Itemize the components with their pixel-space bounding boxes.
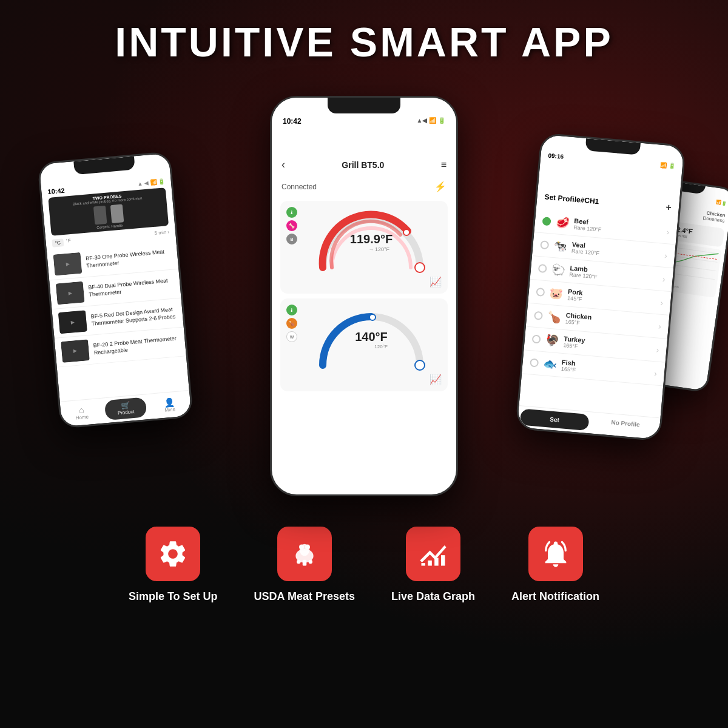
time-filter[interactable]: 5 min › — [154, 229, 169, 238]
add-profile-button[interactable]: + — [666, 202, 672, 214]
probe1-b-icon: B — [286, 234, 297, 244]
pork-emoji: 🐷 — [549, 286, 564, 301]
center-status-icons: ▲◀ 📶 🔋 — [417, 117, 445, 126]
phones-container: 10:42 ▲ ◀ 📶 🔋 TWO PROBES Black and white… — [0, 84, 728, 508]
chicken-arrow: › — [658, 322, 661, 331]
feature-alert: Alert Notification — [511, 527, 599, 604]
pork-info: Pork 145°F — [567, 288, 656, 309]
alert-label-text: Alert Notification — [511, 590, 599, 602]
alert-icon-box — [528, 527, 583, 581]
connected-text: Connected — [281, 183, 317, 191]
setup-label: Simple To Set Up — [129, 590, 218, 604]
setup-label-text: Simple To Set Up — [129, 590, 218, 602]
right-phone-screen: 09:16 📶 🔋 Set Profile#CH1 + 🥩 Beef — [517, 135, 684, 440]
lamb-arrow: › — [662, 274, 666, 284]
beef-radio[interactable] — [542, 217, 551, 226]
probe2-green-icon: 🌡 — [286, 305, 297, 315]
setup-icon-box — [146, 527, 200, 581]
celsius-btn[interactable]: °C — [52, 238, 64, 248]
veal-radio[interactable] — [540, 240, 549, 249]
tab-product[interactable]: 🛒 Product — [104, 397, 147, 420]
product-thumb-1: ▶ — [53, 252, 83, 276]
beef-info: Beef Rare 120°F — [573, 217, 662, 238]
phone-left: 10:42 ▲ ◀ 📶 🔋 TWO PROBES Black and white… — [37, 151, 194, 428]
phone-right: 09:16 📶 🔋 Set Profile#CH1 + 🥩 Beef — [515, 132, 686, 441]
tab-mine[interactable]: 👤 Mine — [148, 393, 191, 417]
play-icon-2: ▶ — [68, 290, 72, 295]
veal-arrow: › — [664, 251, 668, 260]
probe1-pink-icon: 🦴 — [286, 220, 297, 231]
right-status: 📶 🔋 — [660, 162, 675, 170]
tab-home[interactable]: ⌂ Home — [60, 401, 103, 425]
left-phone-screen: 10:42 ▲ ◀ 📶 🔋 TWO PROBES Black and white… — [39, 153, 191, 427]
center-app-header: ‹ Grill BT5.0 ≡ — [272, 128, 456, 177]
graph-icon-box — [406, 527, 460, 581]
right-bottom-tabs: Set No Profile — [517, 405, 660, 439]
turkey-emoji: 🦃 — [545, 333, 559, 348]
chicken-info: Chicken 165°F — [565, 311, 654, 332]
no-profile-tab[interactable]: No Profile — [590, 413, 661, 440]
page-title: INTUITIVE SMART APP — [115, 18, 613, 66]
features-section: Simple To Set Up USDA Meat Presets — [104, 527, 624, 604]
svg-point-2 — [415, 360, 425, 370]
bell-icon — [540, 538, 571, 570]
probe1-green-icon: 🌡 — [286, 207, 297, 218]
probe-img-1 — [93, 206, 107, 225]
usda-label-text: USDA Meat Presets — [254, 590, 355, 602]
chicken-emoji: 🍗 — [547, 310, 561, 325]
alert-label: Alert Notification — [511, 590, 599, 604]
left-bottom-tabs: ⌂ Home 🛒 Product 👤 Mine — [60, 390, 192, 426]
meat-list: 🥩 Beef Rare 120°F › 🐄 Veal Rare 1 — [522, 209, 678, 386]
fish-emoji: 🐟 — [543, 357, 558, 371]
svg-point-1 — [403, 229, 410, 235]
phone-center: 10:42 ▲◀ 📶 🔋 ‹ Grill BT5.0 ≡ Connected ⚡ — [270, 96, 458, 496]
connected-status-bar: Connected ⚡ — [272, 177, 456, 196]
turkey-radio[interactable] — [532, 335, 541, 344]
product-name-3: BF-5 Red Dot Design Award Meat Thermomet… — [90, 306, 177, 328]
far-right-status: 📶🔋 — [716, 200, 727, 207]
svg-rect-26 — [422, 563, 426, 565]
right-time: 09:16 — [548, 152, 564, 160]
product-name-4: BF-20 2 Probe Meat Thermometer Rechargea… — [93, 335, 180, 357]
beef-emoji: 🥩 — [555, 215, 570, 230]
svg-point-19 — [305, 545, 310, 550]
left-time: 10:42 — [47, 187, 65, 195]
svg-point-21 — [297, 560, 301, 564]
svg-point-18 — [299, 545, 304, 550]
svg-rect-23 — [441, 555, 445, 565]
lamb-info: Lamb Rare 120°F — [569, 265, 658, 286]
back-button[interactable]: ‹ — [281, 158, 285, 171]
chicken-radio[interactable] — [534, 311, 543, 320]
pork-radio[interactable] — [536, 288, 545, 297]
fish-radio[interactable] — [530, 358, 539, 367]
svg-rect-25 — [428, 561, 432, 566]
fahrenheit-btn[interactable]: °F — [66, 238, 71, 246]
svg-point-0 — [415, 263, 425, 272]
usda-label: USDA Meat Presets — [254, 590, 355, 604]
hamburger-menu[interactable]: ≡ — [441, 160, 447, 170]
lamb-radio[interactable] — [538, 264, 547, 273]
fish-info: Fish 165°F — [561, 359, 650, 380]
svg-point-3 — [369, 314, 376, 320]
center-phone-screen: 10:42 ▲◀ 📶 🔋 ‹ Grill BT5.0 ≡ Connected ⚡ — [272, 98, 456, 494]
graph-label: Live Data Graph — [391, 590, 475, 604]
probe2-temp: 140°F — [355, 330, 388, 344]
probe2-target: 120°F — [355, 344, 388, 349]
bluetooth-icon: ⚡ — [434, 181, 447, 192]
product-name-2: BF-40 Dual Probe Wireless Meat Thermomet… — [88, 277, 175, 298]
chart-icon — [417, 538, 449, 570]
probe2-chart-icon[interactable]: 📈 — [286, 374, 442, 385]
product-list: ▶ BF-30 One Probe Wireless Meat Thermome… — [47, 240, 186, 368]
svg-rect-24 — [434, 558, 439, 566]
center-app-title: Grill BT5.0 — [342, 160, 384, 170]
center-time: 10:42 — [283, 117, 302, 126]
usda-icon-box — [277, 527, 332, 581]
product-name-1: BF-30 One Probe Wireless Meat Thermomete… — [86, 248, 172, 270]
fish-arrow: › — [654, 368, 658, 378]
product-thumb-2: ▶ — [56, 281, 85, 305]
probe1-chart-icon[interactable]: 📈 — [286, 276, 442, 288]
product-thumb-4: ▶ — [61, 339, 90, 363]
play-icon-3: ▶ — [70, 319, 75, 325]
meat-icon — [289, 538, 320, 570]
set-tab[interactable]: Set — [520, 408, 590, 431]
